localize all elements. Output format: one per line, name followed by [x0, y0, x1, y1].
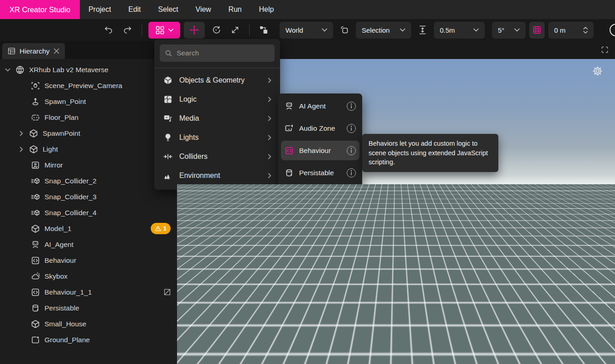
info-icon[interactable] [347, 146, 356, 155]
menu-item-media[interactable]: Media [154, 109, 280, 128]
menu-item-objects-geometry[interactable]: Objects & Geometry [154, 71, 280, 90]
mirror-icon [31, 161, 40, 170]
menu-run[interactable]: Run [220, 0, 250, 19]
axis-negative-x-handle[interactable] [556, 321, 566, 330]
nav-hint-orbit: Orbit [184, 346, 207, 356]
tree-item-label: Persistable [44, 304, 79, 312]
menu-item-logic[interactable]: Logic [154, 90, 280, 109]
stepper-down-icon[interactable] [583, 31, 588, 34]
menu-edit[interactable]: Edit [120, 0, 150, 19]
snap-distance-button[interactable] [415, 22, 430, 38]
move-tool-icon [189, 25, 199, 35]
info-glyph [350, 170, 352, 175]
submenu-item-label: Persistable [299, 169, 334, 177]
warning-badge[interactable]: 1 [151, 223, 171, 234]
menu-item-label: Objects & Geometry [179, 76, 245, 84]
info-icon[interactable] [347, 168, 356, 177]
chevron-collapsed-icon[interactable] [18, 130, 25, 137]
move-tool-button[interactable] [184, 22, 205, 39]
audio-zone-icon [285, 124, 294, 133]
rotate-tool-icon [212, 25, 221, 34]
axis-z-handle[interactable]: Z [566, 322, 577, 334]
tree-item-light-group[interactable]: Light [0, 141, 177, 157]
axis-negative-z-handle[interactable] [580, 317, 588, 325]
submenu-item-persistable[interactable]: Persistable [278, 162, 362, 184]
rotate-snap-dropdown[interactable]: 5° [492, 22, 526, 39]
app-title[interactable]: XR Creator Studio [0, 0, 80, 19]
axis-gizmo[interactable]: Y X Z [536, 290, 613, 354]
collider-icon [31, 177, 40, 186]
excluded-icon[interactable] [164, 289, 171, 295]
transform-space-dropdown[interactable]: World [280, 22, 333, 39]
menu-help[interactable]: Help [251, 0, 283, 19]
grid-height-stepper[interactable]: 0 m [548, 22, 594, 39]
submenu-item-ai-agent[interactable]: AI Agent [278, 95, 362, 117]
nav-hint-label: Fly [252, 348, 261, 354]
info-icon[interactable] [347, 102, 356, 111]
info-icon[interactable] [347, 191, 356, 200]
axis-negative-y-handle[interactable] [573, 339, 582, 348]
tree-item-skybox[interactable]: Skybox [0, 268, 177, 284]
cube-icon [31, 224, 40, 233]
submenu-item-behaviour[interactable]: Behaviour [278, 139, 362, 162]
grid-height-value: 0 m [554, 26, 566, 34]
pivot-target-dropdown[interactable]: Selection [356, 22, 411, 39]
pivot-mode-button[interactable] [337, 22, 352, 38]
transform-parent-button[interactable] [256, 22, 271, 38]
redo-button[interactable] [120, 22, 135, 38]
tree-item-scene-preview-camera[interactable]: Scene_Preview_Camera [0, 78, 177, 93]
tree-item-mirror[interactable]: Mirror [0, 157, 177, 173]
tree-item-persistable[interactable]: Persistable [0, 300, 177, 316]
stepper-up-icon[interactable] [583, 27, 588, 30]
move-snap-dropdown[interactable]: 0.5m [434, 22, 485, 39]
search-input[interactable] [177, 49, 269, 57]
tab-hierarchy[interactable]: Hierarchy [2, 43, 65, 59]
tree-item-ground-plane[interactable]: Ground_Plane [0, 332, 177, 348]
tree-item-root[interactable]: XRhub Lab v2 Metaverse [0, 62, 177, 78]
submenu-item-label: Audio Zone [299, 124, 335, 133]
tree-item-label: Skybox [44, 272, 68, 280]
fullscreen-icon[interactable] [601, 46, 609, 54]
tree-item-label: Small_House [44, 320, 86, 328]
tree-item-floor-plan[interactable]: Floor_Plan [0, 109, 177, 125]
search-box[interactable] [160, 44, 275, 62]
tree-item-small-house[interactable]: Small_House [0, 316, 177, 332]
submenu-item-asset[interactable]: Asset [278, 184, 362, 206]
tree-item-snap-collider-3[interactable]: Snap_Collider_3 [0, 189, 177, 205]
tree-item-snap-collider-2[interactable]: Snap_Collider_2 [0, 173, 177, 189]
axis-x-handle[interactable]: X [589, 320, 601, 333]
info-glyph [350, 126, 352, 131]
chevron-collapsed-icon[interactable] [18, 146, 25, 152]
gear-icon[interactable] [592, 65, 603, 77]
menu-item-environment[interactable]: Environment [154, 166, 280, 185]
menu-item-lights[interactable]: Lights [154, 128, 280, 147]
close-icon[interactable] [54, 48, 59, 54]
tree-item-spawnpoint-group[interactable]: SpawnPoint [0, 125, 177, 141]
tree-item-model-1[interactable]: Model_1 1 [0, 221, 177, 236]
menu-select[interactable]: Select [149, 0, 187, 19]
tree-item-label: Model_1 [44, 225, 71, 233]
behaviour-tooltip: Behaviors let you add custom logic to sc… [362, 134, 498, 172]
submenu-item-label: Asset [299, 191, 317, 199]
chevron-down-icon [473, 28, 479, 32]
menu-view[interactable]: View [187, 0, 220, 19]
code-chip-icon [31, 288, 40, 297]
tree-item-snap-collider-4[interactable]: Snap_Collider_4 [0, 205, 177, 221]
camera-icon [31, 81, 40, 90]
add-object-button[interactable] [148, 22, 180, 39]
rotate-tool-button[interactable] [208, 22, 224, 38]
tree-item-behaviour[interactable]: Behaviour [0, 252, 177, 268]
undo-button[interactable] [101, 22, 116, 38]
info-icon[interactable] [347, 124, 356, 133]
menu-item-colliders[interactable]: Colliders [154, 147, 280, 166]
menu-project[interactable]: Project [80, 0, 120, 19]
chevron-expanded-icon[interactable] [5, 67, 11, 73]
tree-item-ai-agent[interactable]: AI_Agent [0, 236, 177, 252]
submenu-item-audio-zone[interactable]: Audio Zone [278, 117, 362, 139]
tree-item-behaviour-1-1[interactable]: Behaviour_1_1 [0, 284, 177, 300]
scale-tool-button[interactable] [227, 22, 243, 38]
grid-toggle-button[interactable] [529, 22, 545, 39]
axis-y-handle[interactable]: Y [571, 302, 584, 315]
nav-hint-pan: Pan [214, 346, 235, 356]
tree-item-spawn-point[interactable]: Spawn_Point [0, 93, 177, 109]
